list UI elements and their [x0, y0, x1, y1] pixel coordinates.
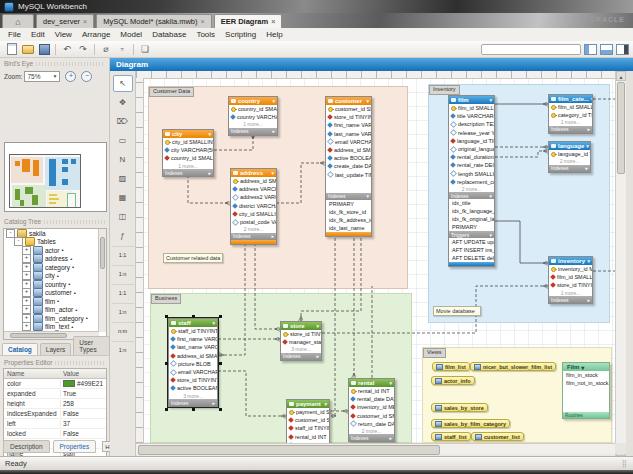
- table-header[interactable]: rental▾: [349, 379, 394, 387]
- diagram-tab-header[interactable]: Diagram: [110, 58, 633, 71]
- resize-grip[interactable]: ⣿: [622, 460, 628, 468]
- column-row[interactable]: customer_id SMA...: [349, 412, 394, 420]
- tree-item-country[interactable]: +country•: [4, 280, 106, 289]
- expand-icon[interactable]: ▾: [591, 96, 592, 102]
- table-header[interactable]: film_cate...▾: [549, 95, 592, 103]
- table-address[interactable]: address▾address_id SMALLINTaddress VARCH…: [230, 168, 277, 245]
- table-rental[interactable]: rental▾rental_id INTrental_date DATE...i…: [348, 378, 395, 442]
- column-row[interactable]: first_name VARCH...: [169, 335, 217, 343]
- rel-1-n-identifying-tool[interactable]: 1:n: [111, 303, 135, 320]
- table-staff[interactable]: staff▾staff_id TINYINTfirst_name VARCH..…: [168, 318, 218, 407]
- tree-item-address[interactable]: +address•: [4, 255, 106, 264]
- table-customer[interactable]: customer▾customer_id SMALL...store_id TI…: [325, 96, 372, 237]
- expand-icon[interactable]: ▾: [587, 258, 590, 264]
- rel-n-m-identifying-tool[interactable]: n:m: [111, 322, 135, 339]
- section-bar-indexes[interactable]: Indexes▾: [449, 192, 494, 199]
- view-staff-list[interactable]: staff_list: [431, 432, 471, 441]
- expand-icon[interactable]: ▸: [208, 170, 211, 176]
- column-row[interactable]: first_name VARCHA...: [326, 121, 371, 129]
- column-row[interactable]: language_id TINYINT: [449, 137, 494, 145]
- section-row[interactable]: idx_fk_original_langu...: [449, 215, 494, 223]
- column-row[interactable]: country_id SMALLINT: [163, 154, 213, 162]
- section-row[interactable]: AFT DELETE del_film: [449, 254, 494, 262]
- rel-1-1-identifying-tool[interactable]: 1:1: [111, 284, 135, 301]
- menu-help[interactable]: Help: [261, 30, 287, 39]
- expand-icon[interactable]: ▾: [272, 98, 275, 104]
- view-actor-info[interactable]: actor_info: [431, 376, 475, 385]
- new-diagram-icon[interactable]: ❏: [138, 43, 152, 56]
- hand-tool[interactable]: ✥: [113, 94, 133, 111]
- column-row[interactable]: address_id SMALLINT: [326, 146, 371, 154]
- column-row[interactable]: district VARCHAR(20): [231, 202, 276, 210]
- canvas-vertical-scrollbar[interactable]: ▲ ▼: [615, 71, 626, 456]
- routine-item[interactable]: film_not_in_stock: [563, 379, 609, 387]
- scroll-up-icon[interactable]: ▲: [616, 71, 626, 81]
- tab-close-icon[interactable]: ×: [83, 18, 87, 25]
- section-row[interactable]: idx_title: [449, 199, 494, 207]
- selection-handle[interactable]: [192, 408, 195, 411]
- rel-1-n-non-identifying-tool[interactable]: 1:n: [111, 265, 135, 282]
- tree-item-tables[interactable]: -Tables: [4, 238, 106, 247]
- zoom-select[interactable]: 75%▼: [24, 71, 60, 82]
- indexes-footer[interactable]: Indexes▸: [549, 165, 590, 172]
- column-row[interactable]: customer_id SMALL...: [326, 105, 371, 113]
- layer-tool[interactable]: ▭: [113, 132, 133, 149]
- tab-properties[interactable]: Properties: [53, 440, 97, 453]
- table-film[interactable]: film▾film_id SMALLINTtitle VARCHAR(255)d…: [448, 95, 495, 267]
- canvas-horizontal-scrollbar[interactable]: [136, 443, 615, 454]
- tree-item-actor[interactable]: +actor•: [4, 246, 106, 255]
- view-film-list[interactable]: film_list: [432, 362, 470, 371]
- selection-handle[interactable]: [219, 362, 222, 365]
- section-row[interactable]: AFT UPDATE upd_film: [449, 238, 494, 246]
- view-sales-by-film-category[interactable]: sales_by_film_category: [431, 419, 510, 428]
- table-city[interactable]: city▾city_id SMALLINTcity VARCHAR(50)cou…: [162, 129, 214, 177]
- property-row[interactable]: height258: [4, 399, 106, 409]
- tree-item-film-text[interactable]: +film_text•: [4, 323, 106, 332]
- relationship-line[interactable]: [331, 238, 335, 416]
- selection-handle[interactable]: [165, 362, 168, 365]
- column-row[interactable]: last_name VARCH...: [169, 343, 217, 351]
- expand-icon[interactable]: ▾: [208, 131, 211, 137]
- zoom-out-icon[interactable]: −: [81, 71, 92, 82]
- column-row[interactable]: inventory_id MEDI...: [549, 265, 592, 273]
- column-row[interactable]: staff_id TINYINT: [287, 424, 329, 432]
- table-header[interactable]: customer▾: [326, 97, 371, 105]
- tree-item-film-category[interactable]: +film_category•: [4, 314, 106, 323]
- column-row[interactable]: active BOOLEAN: [326, 154, 371, 162]
- selection-handle[interactable]: [165, 315, 168, 318]
- column-row[interactable]: store_id TINYINT: [281, 330, 321, 338]
- column-row[interactable]: address VARCHAR(50): [231, 185, 276, 193]
- column-row[interactable]: address2 VARCHA...: [231, 193, 276, 201]
- birds-eye-minimap[interactable]: [4, 142, 107, 212]
- indexes-footer[interactable]: Indexes▸: [231, 233, 276, 240]
- indexes-footer[interactable]: Indexes▸: [163, 169, 213, 176]
- toggle-grid-icon[interactable]: ▫: [115, 43, 129, 56]
- menu-model[interactable]: Model: [115, 30, 147, 39]
- table-header[interactable]: film▾: [449, 96, 494, 104]
- expand-icon[interactable]: ▾: [586, 143, 589, 149]
- column-row[interactable]: store_id TINYINT: [169, 376, 217, 384]
- relationship-line[interactable]: [255, 238, 280, 329]
- expand-icon[interactable]: ▾: [271, 170, 274, 176]
- tree-item-customer[interactable]: +customer•: [4, 289, 106, 298]
- column-row[interactable]: city_id SMALLINT: [231, 210, 276, 218]
- column-row[interactable]: language_id TINY...: [549, 150, 590, 158]
- toggle-right-panel-icon[interactable]: [616, 44, 629, 55]
- section-row[interactable]: idx_last_name: [326, 224, 371, 232]
- column-row[interactable]: replacement_cost D...: [449, 178, 494, 186]
- column-row[interactable]: city VARCHAR(50): [163, 146, 213, 154]
- relationship-line[interactable]: [214, 134, 253, 150]
- table-header[interactable]: address▾: [231, 169, 276, 177]
- column-row[interactable]: film_id SMALLINT: [549, 273, 592, 281]
- diagram-canvas[interactable]: Customer DataInventoryBusinessViewscount…: [136, 71, 615, 443]
- tree-item-category[interactable]: +category•: [4, 263, 106, 272]
- column-row[interactable]: address_id SMAL...: [169, 352, 217, 360]
- table-language[interactable]: language▾language_id TINY...2 more...Ind…: [548, 141, 591, 173]
- eraser-tool[interactable]: ⌦: [113, 113, 133, 130]
- view-tool[interactable]: ◫: [113, 208, 133, 225]
- rel-1-n-existing-tool[interactable]: 1:n: [111, 341, 135, 358]
- column-row[interactable]: film_id SMALLINT: [549, 103, 592, 111]
- relationship-line[interactable]: [188, 175, 230, 203]
- menu-file[interactable]: File: [3, 30, 26, 39]
- expand-icon[interactable]: ▸: [585, 165, 588, 171]
